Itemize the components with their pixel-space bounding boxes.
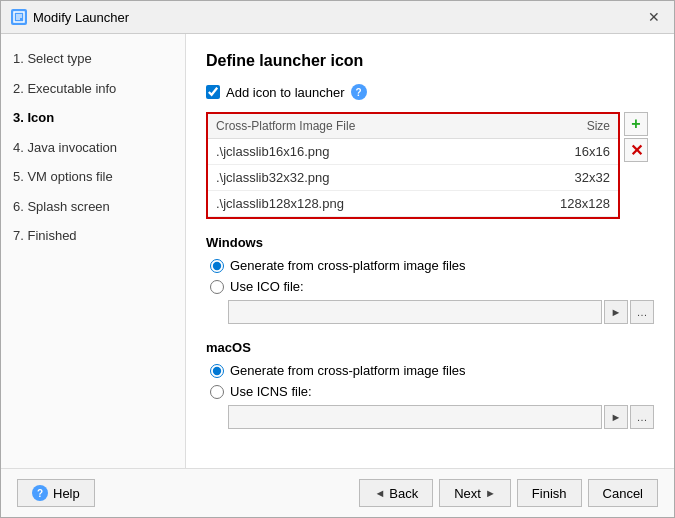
add-image-button[interactable]: +	[624, 112, 648, 136]
table-cell-file: .\jclasslib32x32.png	[208, 165, 496, 191]
help-button-label: Help	[53, 486, 80, 501]
windows-file-input-row: ► …	[206, 300, 654, 324]
windows-play-button[interactable]: ►	[604, 300, 628, 324]
image-table-wrapper: Cross-Platform Image File Size .\jclassl…	[206, 112, 620, 219]
dialog-title: Modify Launcher	[33, 10, 129, 25]
windows-section: Windows Generate from cross-platform ima…	[206, 235, 654, 324]
macos-icns-file-input[interactable]	[228, 405, 602, 429]
titlebar: Modify Launcher ✕	[1, 1, 674, 34]
table-cell-size: 32x32	[496, 165, 618, 191]
macos-radio-generate[interactable]	[210, 364, 224, 378]
sidebar-item-splash-screen[interactable]: 6. Splash screen	[1, 192, 185, 222]
windows-radio-ico[interactable]	[210, 280, 224, 294]
sidebar: 1. Select type 2. Executable info 3. Ico…	[1, 34, 186, 468]
sidebar-item-vm-options[interactable]: 5. VM options file	[1, 162, 185, 192]
sidebar-item-java-invocation[interactable]: 4. Java invocation	[1, 133, 185, 163]
back-button-label: Back	[389, 486, 418, 501]
windows-radio-generate-label: Generate from cross-platform image files	[230, 258, 466, 273]
table-cell-file: .\jclasslib16x16.png	[208, 139, 496, 165]
macos-radio-icns-row: Use ICNS file:	[206, 384, 654, 399]
help-button[interactable]: ? Help	[17, 479, 95, 507]
finish-button[interactable]: Finish	[517, 479, 582, 507]
next-button[interactable]: Next ►	[439, 479, 511, 507]
help-button-icon: ?	[32, 485, 48, 501]
macos-radio-icns-label: Use ICNS file:	[230, 384, 312, 399]
table-cell-size: 128x128	[496, 191, 618, 217]
macos-browse-button[interactable]: …	[630, 405, 654, 429]
col-header-size: Size	[496, 114, 618, 139]
windows-radio-ico-row: Use ICO file:	[206, 279, 654, 294]
windows-radio-generate-row: Generate from cross-platform image files	[206, 258, 654, 273]
macos-radio-icns[interactable]	[210, 385, 224, 399]
table-row[interactable]: .\jclasslib16x16.png 16x16	[208, 139, 618, 165]
titlebar-left: Modify Launcher	[11, 9, 129, 25]
dialog-body: 1. Select type 2. Executable info 3. Ico…	[1, 34, 674, 468]
macos-file-input-row: ► …	[206, 405, 654, 429]
next-button-label: Next	[454, 486, 481, 501]
main-content: Define launcher icon Add icon to launche…	[186, 34, 674, 468]
footer-right: ◄ Back Next ► Finish Cancel	[359, 479, 658, 507]
remove-image-button[interactable]: ✕	[624, 138, 648, 162]
table-cell-file: .\jclasslib128x128.png	[208, 191, 496, 217]
sidebar-item-executable-info[interactable]: 2. Executable info	[1, 74, 185, 104]
sidebar-item-icon[interactable]: 3. Icon	[1, 103, 185, 133]
macos-section: macOS Generate from cross-platform image…	[206, 340, 654, 429]
col-header-file: Cross-Platform Image File	[208, 114, 496, 139]
image-table-container: Cross-Platform Image File Size .\jclassl…	[206, 112, 620, 219]
sidebar-item-select-type[interactable]: 1. Select type	[1, 44, 185, 74]
add-icon-help-icon[interactable]: ?	[351, 84, 367, 100]
macos-play-button[interactable]: ►	[604, 405, 628, 429]
table-actions: + ✕	[624, 112, 648, 162]
table-row[interactable]: .\jclasslib128x128.png 128x128	[208, 191, 618, 217]
windows-radio-ico-label: Use ICO file:	[230, 279, 304, 294]
table-row[interactable]: .\jclasslib32x32.png 32x32	[208, 165, 618, 191]
windows-radio-generate[interactable]	[210, 259, 224, 273]
windows-title: Windows	[206, 235, 654, 250]
macos-radio-generate-row: Generate from cross-platform image files	[206, 363, 654, 378]
add-icon-label: Add icon to launcher	[226, 85, 345, 100]
next-arrow-icon: ►	[485, 487, 496, 499]
back-button[interactable]: ◄ Back	[359, 479, 433, 507]
windows-ico-file-input[interactable]	[228, 300, 602, 324]
footer-left: ? Help	[17, 479, 95, 507]
add-icon-row: Add icon to launcher ?	[206, 84, 654, 100]
macos-radio-generate-label: Generate from cross-platform image files	[230, 363, 466, 378]
back-arrow-icon: ◄	[374, 487, 385, 499]
macos-title: macOS	[206, 340, 654, 355]
windows-browse-button[interactable]: …	[630, 300, 654, 324]
close-button[interactable]: ✕	[644, 7, 664, 27]
page-title: Define launcher icon	[206, 52, 654, 70]
dialog-footer: ? Help ◄ Back Next ► Finish Cancel	[1, 468, 674, 517]
sidebar-item-finished[interactable]: 7. Finished	[1, 221, 185, 251]
add-icon-checkbox[interactable]	[206, 85, 220, 99]
image-table: Cross-Platform Image File Size .\jclassl…	[208, 114, 618, 217]
table-cell-size: 16x16	[496, 139, 618, 165]
app-icon	[11, 9, 27, 25]
cancel-button-label: Cancel	[603, 486, 643, 501]
cancel-button[interactable]: Cancel	[588, 479, 658, 507]
modify-launcher-dialog: Modify Launcher ✕ 1. Select type 2. Exec…	[0, 0, 675, 518]
finish-button-label: Finish	[532, 486, 567, 501]
